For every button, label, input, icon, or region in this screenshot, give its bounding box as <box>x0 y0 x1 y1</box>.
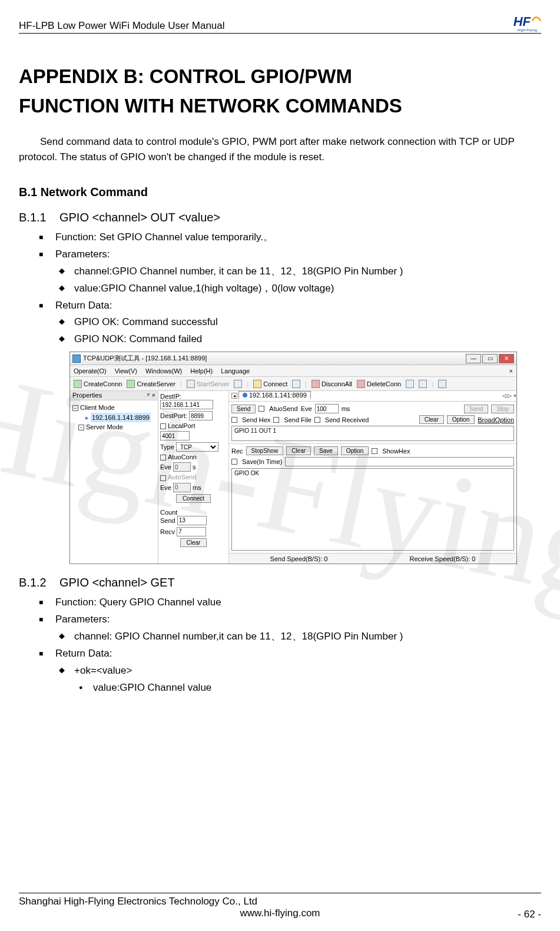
showhex-checkbox[interactable] <box>372 448 377 454</box>
r1-text: +ok=<value> <box>74 665 132 676</box>
saveintime-path[interactable] <box>285 457 514 466</box>
s1-p2: value:GPIO Channel value,1(high voltage)… <box>74 280 541 297</box>
sendrecv-label: Send Received <box>325 416 369 423</box>
stop-server-icon[interactable] <box>234 380 242 388</box>
tool-delete-conn[interactable]: DeleteConn <box>357 380 401 388</box>
menu-language[interactable]: Language <box>221 367 250 375</box>
page-number: - 62 - <box>518 909 541 920</box>
rec-label: Rec <box>231 448 243 455</box>
destip-input[interactable] <box>160 400 213 409</box>
tab-prev-icon[interactable]: ◂ <box>231 393 237 399</box>
tool-extra1-icon[interactable] <box>406 380 414 388</box>
tree-toggle-icon[interactable]: − <box>72 405 78 411</box>
saveintime-checkbox[interactable] <box>231 459 237 465</box>
minimize-button[interactable]: — <box>466 354 481 363</box>
tool-extra3-icon[interactable] <box>438 380 446 388</box>
disconnect-icon[interactable] <box>292 380 300 388</box>
destport-input[interactable] <box>189 411 213 420</box>
status-recv-speed: Receive Speed(B/S): 0 <box>410 555 476 562</box>
tool-extra2-icon[interactable] <box>419 380 427 388</box>
localport-checkbox[interactable] <box>160 423 166 429</box>
type-label: Type <box>160 443 174 450</box>
send-count-label: Send <box>160 516 175 524</box>
footer-company: Shanghai High-Flying Electronics Technol… <box>19 896 541 907</box>
option-button[interactable]: Option <box>447 415 475 424</box>
logo-subtext: High-Flying <box>513 28 541 32</box>
tree-conn-item[interactable]: 192.168.1.141:8899 <box>91 413 151 423</box>
s2-r1-a: value:GPIO Channel value <box>93 680 541 697</box>
maximize-button[interactable]: ▭ <box>482 354 498 363</box>
appendix-heading: APPENDIX B: CONTROL GPIO/PWM FUNCTION WI… <box>19 62 541 120</box>
stopshow-button[interactable]: StopShow <box>246 446 284 455</box>
atuosend2-checkbox[interactable] <box>259 406 264 412</box>
section-b1-2: B.1.2 GPIO <channel> GET <box>19 576 541 589</box>
eve3-label: Eve <box>301 405 312 412</box>
label: Connect <box>263 380 287 387</box>
sendfile-checkbox[interactable] <box>273 417 279 423</box>
recv-count-label: Recv <box>160 528 175 535</box>
connect-icon <box>253 380 261 388</box>
logo: HF High-Flying <box>513 14 541 32</box>
send-textarea[interactable]: GPIO 11 OUT 1 <box>231 426 514 441</box>
clear2-button[interactable]: Clear <box>419 415 444 424</box>
send2-button: Send <box>464 405 488 413</box>
start-server-icon <box>187 380 195 388</box>
menu-windows[interactable]: Windows(W) <box>145 367 182 375</box>
window-title: TCP&UDP测试工具 - [192.168.1.141:8899] <box>83 354 207 363</box>
sec-title: GPIO <channel> OUT <value> <box>59 211 220 224</box>
label: DeleteConn <box>367 380 401 387</box>
close-button[interactable]: ✕ <box>499 354 514 363</box>
sendfile-label: Send File <box>284 416 311 423</box>
menu-view[interactable]: View(V) <box>115 367 137 375</box>
tab-label: 192.168.1.141:8899 <box>249 392 307 399</box>
sendhex-checkbox[interactable] <box>231 417 237 423</box>
autosend-label: AutoSend <box>168 473 196 481</box>
section-b1-1: B.1.1 GPIO <channel> OUT <value> <box>19 211 541 224</box>
intro-paragraph: Send command data to control module's GP… <box>19 134 541 164</box>
titlebar: TCP&UDP测试工具 - [192.168.1.141:8899] — ▭ ✕ <box>70 352 516 365</box>
menu-close-icon[interactable]: × <box>509 367 513 375</box>
tool-connect[interactable]: Connect <box>253 380 287 388</box>
unit: s <box>193 463 196 471</box>
section-b1: B.1 Network Command <box>19 185 541 199</box>
eve3-input[interactable] <box>315 404 339 413</box>
broad-option[interactable]: BroadOption <box>478 416 514 423</box>
clear3-button[interactable]: Clear <box>286 446 311 455</box>
tab-connection[interactable]: 192.168.1.141:8899 <box>238 391 311 399</box>
tree-server-mode[interactable]: Server Mode <box>86 423 123 430</box>
tab-nav-icons[interactable]: ◁ ▷ × <box>502 393 516 399</box>
tab-dot-icon <box>243 393 247 397</box>
type-select[interactable]: TCP <box>176 442 218 452</box>
menu-help[interactable]: Help(H) <box>190 367 213 375</box>
localport-input[interactable] <box>160 431 190 440</box>
connection-tree: −Client Mode ▸ 192.168.1.141:8899 −Serve… <box>70 400 158 435</box>
count-label: Count <box>160 509 227 516</box>
s2-function: Function: Query GPIO Channel value <box>55 594 541 611</box>
save-button[interactable]: Save <box>314 446 338 455</box>
label: CreateServer <box>137 380 175 387</box>
menu-operate[interactable]: Operate(O) <box>74 367 107 375</box>
send-button[interactable]: Send <box>231 405 256 413</box>
connect-button[interactable]: Connect <box>176 494 211 503</box>
tree-toggle2-icon[interactable]: − <box>78 425 84 430</box>
option2-button[interactable]: Option <box>341 446 369 455</box>
toolbar: CreateConnn CreateServer | StartServer |… <box>70 377 516 391</box>
send-count <box>177 516 207 525</box>
sendrecv-checkbox[interactable] <box>314 417 320 423</box>
recv-count <box>177 527 206 536</box>
h1-line2: FUNCTION WITH NETWORK COMMANDS <box>19 95 402 117</box>
properties-pin-icon[interactable]: ᵖ × <box>147 392 155 399</box>
label: DisconnAll <box>322 380 352 387</box>
clear-count-button[interactable]: Clear <box>180 538 207 547</box>
eve1-input <box>173 462 191 472</box>
create-server-icon <box>127 380 135 388</box>
tool-create-conn[interactable]: CreateConnn <box>74 380 122 388</box>
atuoconn-checkbox[interactable] <box>160 455 166 460</box>
sendhex-label: Send Hex <box>242 416 270 423</box>
destip-label: DestIP: <box>160 393 227 400</box>
label: CreateConnn <box>84 380 122 387</box>
tool-disconn-all[interactable]: DisconnAll <box>312 380 352 388</box>
s2-p1: channel: GPIO Channel number,it can be 1… <box>74 628 541 645</box>
tool-create-server[interactable]: CreateServer <box>127 380 175 388</box>
tree-client-mode[interactable]: Client Mode <box>80 404 115 411</box>
